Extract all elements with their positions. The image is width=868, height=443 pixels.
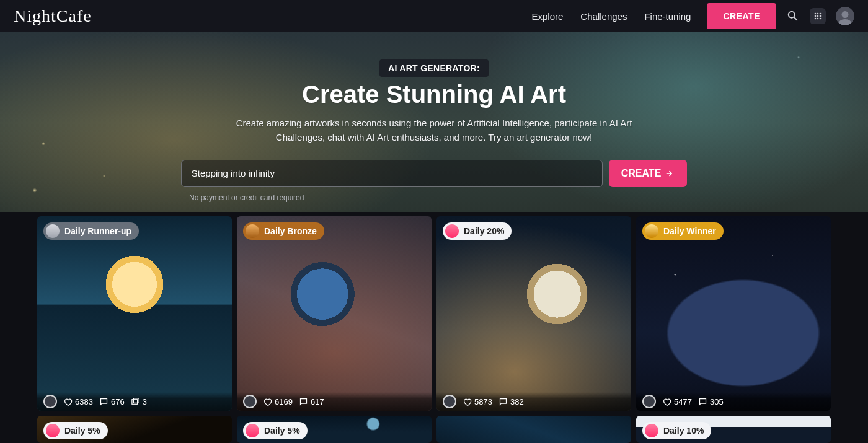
award-badge: Daily 10%: [642, 422, 711, 439]
award-badge: Daily 5%: [243, 422, 308, 439]
gallery-card[interactable]: Daily 20% 5873 382: [436, 216, 631, 411]
card-stats: 5873 382: [436, 392, 631, 411]
award-badge: Daily Bronze: [243, 222, 324, 240]
svg-point-1: [817, 13, 819, 15]
medal-icon: [46, 424, 60, 437]
nav-create-button[interactable]: CREATE: [707, 3, 776, 29]
gallery-card[interactable]: Daily 5%: [37, 416, 232, 443]
image-count[interactable]: 3: [131, 397, 147, 406]
brand-logo[interactable]: NightCafe: [14, 6, 92, 26]
likes[interactable]: 5873: [463, 397, 492, 406]
arrow-right-icon: [665, 169, 675, 178]
svg-point-5: [820, 15, 822, 17]
badge-label: Daily 5%: [264, 426, 300, 436]
heart-icon: [63, 397, 73, 406]
award-badge: Daily 20%: [443, 222, 512, 240]
badge-label: Daily 10%: [663, 426, 704, 436]
images-icon: [131, 397, 140, 406]
medal-icon: [445, 224, 459, 238]
gallery: Daily Runner-up 6383 676 3 Daily Bronze: [0, 212, 868, 443]
award-badge: Daily Winner: [642, 222, 724, 240]
prompt-row: CREATE: [181, 160, 688, 187]
top-bar: NightCafe Explore Challenges Fine-tuning…: [0, 0, 868, 32]
gallery-card[interactable]: Daily Winner 5477 305: [636, 216, 831, 411]
award-badge: Daily 5%: [43, 422, 108, 439]
hero: AI ART GENERATOR: Create Stunning AI Art…: [0, 32, 868, 212]
gallery-card[interactable]: Daily Runner-up 6383 676 3: [37, 216, 232, 411]
hero-subtitle: Create amazing artworks in seconds using…: [236, 116, 632, 145]
svg-rect-9: [132, 399, 138, 404]
gallery-card[interactable]: [436, 416, 631, 443]
nav-challenges[interactable]: Challenges: [580, 11, 627, 22]
hero-note: No payment or credit card required: [189, 193, 304, 202]
author-avatar[interactable]: [642, 395, 656, 408]
heart-icon: [463, 397, 472, 406]
medal-icon: [645, 224, 658, 238]
nav-finetuning[interactable]: Fine-tuning: [644, 11, 691, 22]
medal-icon: [46, 224, 60, 238]
comments[interactable]: 676: [99, 397, 125, 406]
card-stats: 6169 617: [237, 392, 432, 411]
gallery-card[interactable]: Daily Bronze 6169 617: [237, 216, 432, 411]
comments[interactable]: 382: [498, 397, 524, 406]
comment-icon: [498, 397, 508, 406]
comments[interactable]: 305: [698, 397, 724, 406]
svg-point-7: [817, 18, 819, 20]
hero-create-label: CREATE: [621, 168, 662, 179]
svg-point-3: [815, 15, 817, 17]
card-art: [636, 216, 831, 411]
heart-icon: [662, 397, 671, 406]
medal-icon: [246, 424, 259, 437]
apps-icon[interactable]: [810, 8, 826, 24]
badge-label: Daily Bronze: [264, 226, 317, 236]
comments[interactable]: 617: [299, 397, 324, 406]
author-avatar[interactable]: [43, 395, 57, 408]
card-art: [436, 416, 631, 443]
prompt-input[interactable]: [181, 160, 603, 187]
user-avatar[interactable]: [836, 7, 854, 25]
svg-point-2: [820, 13, 822, 15]
comment-icon: [299, 397, 308, 406]
hero-title: Create Stunning AI Art: [302, 81, 566, 108]
badge-label: Daily Winner: [663, 226, 716, 236]
svg-point-4: [817, 15, 819, 17]
hero-create-button[interactable]: CREATE: [609, 160, 688, 187]
award-badge: Daily Runner-up: [43, 222, 139, 240]
gallery-card[interactable]: Daily 10%: [636, 416, 831, 443]
likes[interactable]: 6383: [63, 397, 93, 406]
author-avatar[interactable]: [443, 395, 456, 408]
author-avatar[interactable]: [243, 395, 257, 408]
comment-icon: [698, 397, 707, 406]
heart-icon: [263, 397, 272, 406]
likes[interactable]: 6169: [263, 397, 293, 406]
badge-label: Daily 5%: [64, 426, 100, 436]
likes[interactable]: 5477: [662, 397, 692, 406]
card-stats: 6383 676 3: [37, 392, 232, 411]
svg-point-8: [820, 18, 822, 20]
svg-rect-10: [133, 398, 139, 403]
medal-icon: [645, 424, 658, 437]
card-art: [436, 216, 631, 411]
nav-explore[interactable]: Explore: [532, 11, 564, 22]
hero-tag: AI ART GENERATOR:: [379, 59, 489, 77]
card-art: [37, 216, 232, 411]
medal-icon: [246, 224, 259, 238]
badge-label: Daily 20%: [464, 226, 504, 236]
card-stats: 5477 305: [636, 392, 831, 411]
search-icon[interactable]: [786, 9, 800, 23]
badge-label: Daily Runner-up: [64, 226, 131, 236]
comment-icon: [99, 397, 108, 406]
gallery-card[interactable]: Daily 5%: [237, 416, 432, 443]
svg-point-0: [815, 13, 817, 15]
svg-point-6: [815, 18, 817, 20]
card-art: [237, 216, 432, 411]
